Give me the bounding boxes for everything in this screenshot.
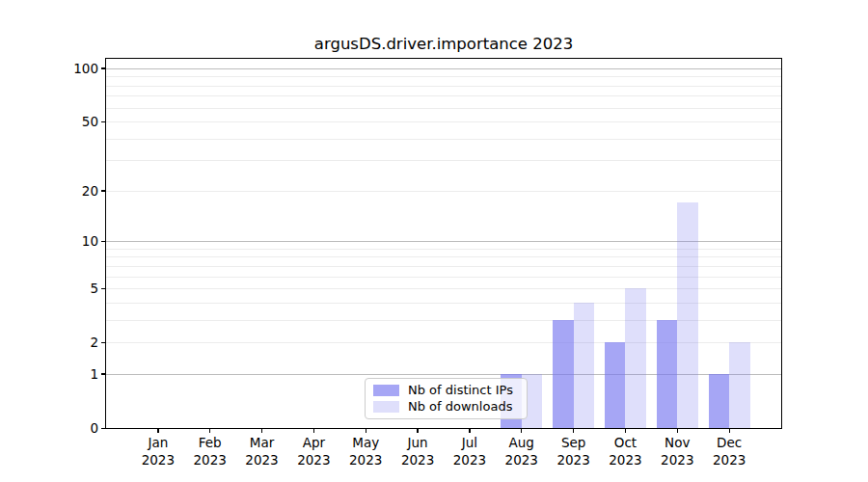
x-tick-month: Mar [233,435,291,452]
x-tick-label: Jul2023 [441,435,499,469]
gridline-minor [106,95,781,96]
x-tick-label: Sep2023 [545,435,603,469]
x-tick-year: 2023 [285,452,342,469]
x-tick-mark [313,428,314,433]
gridline-minor [106,121,781,122]
x-tick-year: 2023 [441,452,499,469]
bar-downloads-sep [574,303,595,428]
x-tick-mark [261,428,262,433]
y-tick-mark [101,241,106,242]
bar-distinct-ips-sep [553,320,574,428]
y-tick-mark [101,67,106,68]
x-tick-month: Aug [493,435,551,452]
bar-downloads-dec [729,342,750,428]
bar-distinct-ips-oct [605,342,626,428]
gridline-minor [106,160,781,161]
legend-item: Nb of downloads [373,399,519,415]
x-tick-label: Jan2023 [129,435,187,469]
x-tick-month: Jun [389,435,447,452]
x-tick-label: Apr2023 [285,435,342,469]
x-tick-month: Oct [596,435,654,452]
y-tick-mark [101,373,106,374]
y-tick-mark [101,121,106,122]
x-tick-year: 2023 [545,452,603,469]
y-tick-mark [101,428,106,429]
y-tick-mark [101,288,106,289]
bar-distinct-ips-nov [657,320,678,428]
gridline-minor [106,86,781,87]
x-tick-month: Dec [700,435,758,452]
x-tick-month: Apr [285,435,342,452]
x-tick-year: 2023 [129,452,187,469]
gridline-major [106,68,781,69]
x-tick-year: 2023 [181,452,239,469]
legend: Nb of distinct IPsNb of downloads [365,378,528,419]
x-tick-month: Jul [441,435,499,452]
x-tick-label: Jun2023 [389,435,447,469]
x-tick-month: May [337,435,394,452]
x-tick-mark [521,428,522,433]
x-tick-label: Oct2023 [596,435,654,469]
x-tick-label: Feb2023 [181,435,239,469]
x-tick-mark [573,428,574,433]
gridline-minor [106,108,781,109]
gridline-minor [106,139,781,140]
x-tick-mark [625,428,626,433]
x-tick-mark [677,428,678,433]
legend-item: Nb of distinct IPs [373,383,519,398]
x-tick-label: Aug2023 [493,435,551,469]
y-tick-label: 50 [37,113,98,130]
bar-downloads-oct [625,288,646,428]
y-tick-label: 2 [37,334,98,351]
y-tick-mark [101,342,106,343]
gridline-minor [106,76,781,77]
y-tick-label: 10 [37,232,98,250]
x-tick-month: Nov [648,435,706,452]
x-tick-label: May2023 [337,435,394,469]
x-tick-year: 2023 [648,452,706,469]
x-tick-year: 2023 [337,452,394,469]
x-tick-year: 2023 [493,452,551,469]
bar-downloads-nov [677,202,698,428]
x-tick-year: 2023 [700,452,758,469]
bar-distinct-ips-dec [709,374,730,428]
x-tick-mark [417,428,418,433]
x-tick-label: Nov2023 [648,435,706,469]
legend-label: Nb of distinct IPs [408,383,513,398]
y-tick-label: 1 [37,365,98,383]
x-tick-mark [209,428,210,433]
x-tick-month: Sep [545,435,603,452]
plot-area [106,59,781,428]
x-tick-month: Jan [129,435,187,452]
x-tick-year: 2023 [389,452,447,469]
x-tick-mark [157,428,158,433]
chart-figure: argusDS.driver.importance 2023 012510205… [0,0,868,482]
x-tick-month: Feb [181,435,239,452]
y-tick-label: 5 [37,280,98,297]
x-tick-year: 2023 [596,452,654,469]
x-tick-label: Dec2023 [700,435,758,469]
legend-swatch-downloads [373,401,399,413]
y-tick-label: 0 [37,419,98,437]
x-tick-mark [469,428,470,433]
y-tick-label: 100 [37,60,98,77]
chart-title: argusDS.driver.importance 2023 [106,33,781,56]
x-tick-mark [729,428,730,433]
x-tick-year: 2023 [233,452,291,469]
x-tick-mark [366,428,366,433]
x-tick-label: Mar2023 [233,435,291,469]
legend-swatch-distinct-ips [373,385,399,396]
gridline-minor [106,191,781,192]
y-tick-mark [101,190,106,191]
y-tick-label: 20 [37,182,98,200]
legend-label: Nb of downloads [408,399,512,415]
